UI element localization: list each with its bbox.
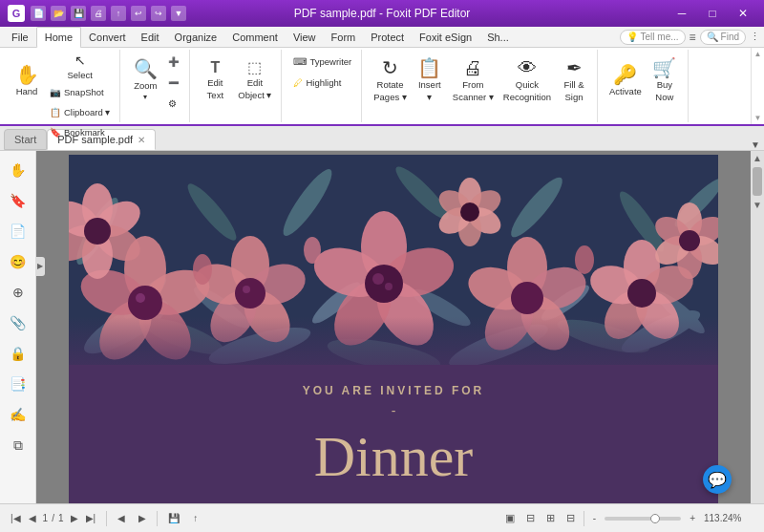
scrollbar-thumb[interactable] (753, 167, 762, 196)
svg-point-77 (304, 237, 321, 264)
clipboard-button[interactable]: 📋 Clipboard ▾ (46, 102, 114, 121)
svg-point-40 (235, 278, 265, 309)
ribbon-group-zoom: 🔍 Zoom ▾ ➕ ➖ ⚙ (122, 50, 190, 122)
ribbon-group-typewriter: ⌨ Typewriter 🖊 Highlight (284, 50, 362, 122)
customize-icon[interactable]: ▼ (171, 6, 186, 21)
next-page-button[interactable]: ▶ (68, 511, 81, 525)
sidebar-icon-pages[interactable]: 📄 (5, 218, 32, 245)
prev-page-button[interactable]: ◀ (26, 511, 39, 525)
sidebar-icon-attachments[interactable]: 📎 (5, 309, 32, 336)
tab-dropdown[interactable]: ▼ (747, 139, 764, 150)
edit-text-icon: T (210, 60, 220, 75)
save-copy-button[interactable]: 💾 (165, 511, 182, 525)
share-doc-button[interactable]: ↑ (190, 511, 201, 525)
facing-continuous-view-button[interactable]: ⊟ (563, 510, 578, 526)
menu-organize[interactable]: Organize (167, 27, 225, 48)
quick-recognition-button[interactable]: 👁 Quick Recognition (499, 52, 555, 109)
menu-foxit-esign[interactable]: Foxit eSign (412, 27, 479, 48)
fill-sign-button[interactable]: ✒ Fill & Sign (557, 52, 591, 109)
zoom-in-button[interactable]: ➕ (164, 52, 183, 71)
scroll-up-button[interactable]: ▲ (751, 151, 764, 165)
select-button[interactable]: ↖ Select (46, 52, 114, 80)
ribbon-scroll-up[interactable]: ▲ (752, 50, 764, 58)
sidebar-icon-security[interactable]: 🔒 (5, 340, 32, 367)
menu-edit[interactable]: Edit (134, 27, 167, 48)
menu-home[interactable]: Home (36, 27, 81, 48)
svg-point-61 (627, 279, 656, 308)
zoom-out-button[interactable]: ➖ (164, 73, 183, 92)
from-scanner-button[interactable]: 🖨 From Scanner ▾ (449, 52, 498, 109)
single-page-view-button[interactable]: ▣ (502, 510, 518, 526)
settings-icon[interactable]: ≡ (690, 31, 696, 44)
zoom-button[interactable]: 🔍 Zoom ▾ (128, 52, 162, 109)
quick-access-toolbar: 📄 📂 💾 🖨 ↑ ↩ ↪ ▼ (31, 6, 186, 21)
new-icon[interactable]: 📄 (31, 6, 46, 21)
undo-icon[interactable]: ↩ (131, 6, 146, 21)
quick-recognition-icon: 👁 (518, 58, 537, 77)
svg-point-26 (128, 286, 162, 320)
menu-form[interactable]: Form (324, 27, 364, 48)
redo-icon[interactable]: ↪ (151, 6, 166, 21)
ribbon-group-activate: 🔑 Activate 🛒 Buy Now (600, 50, 689, 122)
menu-protect[interactable]: Protect (363, 27, 412, 48)
tell-me-box[interactable]: 💡 Tell me... (620, 30, 686, 45)
menu-convert[interactable]: Convert (81, 27, 134, 48)
chat-icon[interactable]: 💬 (703, 465, 732, 494)
options-icon[interactable]: ⋮ (750, 31, 760, 43)
menu-view[interactable]: View (286, 27, 324, 48)
continuous-view-button[interactable]: ⊟ (523, 510, 538, 526)
menu-file[interactable]: File (4, 27, 36, 48)
menu-share[interactable]: Sh... (479, 27, 517, 48)
total-pages: 1 (56, 513, 66, 523)
sidebar-icon-hand[interactable]: ✋ (5, 157, 32, 183)
next-view-button[interactable]: ▶ (136, 511, 149, 525)
edit-text-button[interactable]: T Edit Text (198, 52, 232, 109)
scroll-down-button[interactable]: ▼ (751, 198, 764, 212)
sidebar-icon-bookmark[interactable]: 🔖 (5, 187, 32, 214)
first-page-button[interactable]: |◀ (8, 511, 24, 525)
hand-button[interactable]: ✋ Hand (10, 52, 44, 109)
snapshot-button[interactable]: 📷 SnapShot (46, 82, 114, 101)
svg-rect-79 (69, 317, 718, 365)
open-icon[interactable]: 📂 (51, 6, 66, 21)
bookmark-button[interactable]: 🔖 Bookmark (46, 122, 114, 141)
prev-view-button[interactable]: ◀ (115, 511, 128, 525)
minimize-button[interactable]: ─ (668, 5, 695, 22)
activate-button[interactable]: 🔑 Activate (605, 52, 646, 109)
zoom-slider[interactable] (605, 517, 681, 521)
zoom-options-button[interactable]: ⚙ (164, 94, 183, 113)
sidebar-icon-fields[interactable]: 📑 (5, 371, 32, 397)
highlight-button[interactable]: 🖊 Highlight (289, 73, 355, 92)
ribbon-scroll-down[interactable]: ▼ (752, 114, 764, 122)
sidebar-icon-layers[interactable]: ⊕ (5, 279, 32, 306)
pdf-dash: - (107, 403, 680, 418)
sidebar-icon-comments[interactable]: 😊 (5, 248, 32, 275)
right-scrollbar[interactable]: ▲ ▼ (751, 151, 764, 503)
print-icon[interactable]: 🖨 (91, 6, 106, 21)
insert-button[interactable]: 📋 Insert ▾ (413, 52, 447, 109)
insert-icon: 📋 (417, 58, 441, 77)
activate-icon: 🔑 (613, 65, 637, 84)
sidebar-collapse-arrow[interactable]: ▶ (35, 257, 45, 276)
tab-bar: Start PDF sample.pdf ✕ ▼ (0, 126, 764, 151)
save-icon[interactable]: 💾 (71, 6, 86, 21)
rotate-pages-button[interactable]: ↻ Rotate Pages ▾ (370, 52, 411, 109)
find-box[interactable]: 🔍 Find (700, 30, 746, 45)
close-button[interactable]: ✕ (730, 5, 756, 22)
menu-comment[interactable]: Comment (224, 27, 286, 48)
buy-now-button[interactable]: 🛒 Buy Now (647, 52, 682, 109)
sidebar-icon-signatures[interactable]: ✍ (5, 401, 32, 428)
zoom-thumb[interactable] (650, 514, 660, 523)
zoom-plus-button[interactable]: + (687, 511, 698, 525)
maximize-button[interactable]: □ (699, 5, 726, 22)
last-page-button[interactable]: ▶| (83, 511, 99, 525)
tab-close-icon[interactable]: ✕ (138, 135, 145, 145)
zoom-minus-button[interactable]: - (590, 511, 599, 525)
facing-view-button[interactable]: ⊞ (543, 510, 558, 526)
left-sidebar: ✋ 🔖 📄 😊 ⊕ 📎 🔒 📑 ✍ ⧉ (0, 151, 36, 503)
highlight-icon: 🖊 (293, 77, 303, 88)
sidebar-icon-compare[interactable]: ⧉ (5, 432, 32, 458)
share-icon[interactable]: ↑ (111, 6, 126, 21)
edit-object-button[interactable]: ⬚ Edit Object ▾ (234, 52, 275, 109)
typewriter-button[interactable]: ⌨ Typewriter (289, 52, 355, 71)
